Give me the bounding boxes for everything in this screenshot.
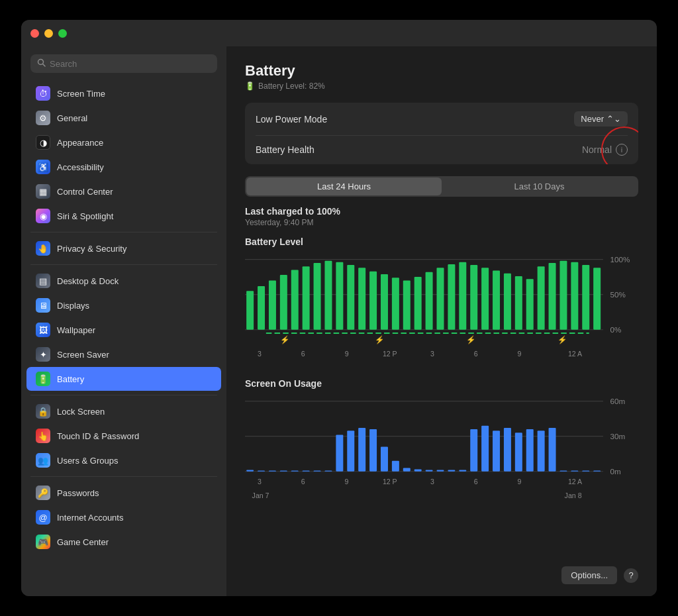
- control-center-icon: ▦: [36, 184, 50, 199]
- svg-rect-68: [347, 431, 354, 472]
- sidebar-item-control-center[interactable]: ▦Control Center: [26, 180, 221, 203]
- svg-text:9: 9: [518, 350, 522, 358]
- svg-rect-19: [369, 272, 377, 330]
- sidebar-item-users[interactable]: 👥Users & Groups: [26, 448, 221, 472]
- sidebar-items-container: ⏱Screen Time⚙General◑Appearance♿Accessib…: [21, 81, 226, 554]
- battery-level-chart-section: Battery Level 100% 50% 0%: [245, 236, 638, 365]
- low-power-mode-dropdown[interactable]: Never ⌃⌄: [574, 111, 628, 127]
- sidebar-item-label-touchid: Touch ID & Password: [57, 431, 139, 441]
- minimize-button[interactable]: [44, 29, 53, 38]
- svg-text:30m: 30m: [610, 432, 626, 440]
- svg-rect-22: [403, 280, 411, 329]
- sidebar-item-label-appearance: Appearance: [57, 138, 103, 148]
- low-power-mode-row: Low Power Mode Never ⌃⌄: [245, 103, 638, 135]
- svg-rect-34: [538, 266, 545, 329]
- search-box[interactable]: [30, 54, 217, 73]
- time-tabs: Last 24 Hours Last 10 Days: [245, 176, 638, 197]
- tab-10d[interactable]: Last 10 Days: [442, 178, 637, 195]
- svg-rect-80: [481, 425, 489, 471]
- svg-rect-69: [358, 428, 365, 472]
- svg-rect-83: [515, 433, 522, 471]
- displays-icon: 🖥: [36, 298, 50, 313]
- svg-rect-20: [381, 274, 388, 330]
- sidebar-item-touchid[interactable]: 👆Touch ID & Password: [26, 424, 221, 448]
- siri-icon: ◉: [36, 209, 50, 223]
- svg-rect-35: [549, 263, 556, 330]
- svg-rect-70: [369, 429, 377, 472]
- sidebar-item-siri[interactable]: ◉Siri & Spotlight: [26, 204, 221, 228]
- sidebar-item-battery[interactable]: 🔋Battery: [26, 367, 221, 391]
- sidebar-item-label-displays: Displays: [57, 301, 89, 311]
- sidebar-divider: [30, 476, 217, 477]
- sidebar-item-screen-saver[interactable]: ✦Screen Saver: [26, 342, 221, 366]
- svg-text:3: 3: [430, 350, 434, 358]
- privacy-icon: 🤚: [36, 241, 50, 256]
- sidebar-item-displays[interactable]: 🖥Displays: [26, 293, 221, 317]
- sidebar-item-privacy[interactable]: 🤚Privacy & Security: [26, 236, 221, 260]
- sidebar-item-game-center[interactable]: 🎮Game Center: [26, 530, 221, 554]
- svg-rect-67: [336, 435, 343, 471]
- svg-rect-18: [358, 268, 365, 329]
- svg-rect-17: [347, 265, 354, 330]
- svg-rect-84: [526, 429, 534, 472]
- svg-text:6: 6: [301, 477, 305, 485]
- sidebar-item-label-internet: Internet Accounts: [57, 513, 123, 523]
- sidebar-item-desktop[interactable]: ▤Desktop & Dock: [26, 269, 221, 293]
- svg-text:3: 3: [430, 477, 434, 485]
- sidebar-item-lock-screen[interactable]: 🔒Lock Screen: [26, 399, 221, 423]
- svg-text:9: 9: [345, 477, 349, 485]
- svg-rect-78: [459, 470, 466, 471]
- system-settings-window: ⏱Screen Time⚙General◑Appearance♿Accessib…: [21, 20, 657, 596]
- sidebar-item-label-desktop: Desktop & Dock: [57, 276, 119, 286]
- svg-rect-63: [291, 470, 299, 471]
- svg-text:12 P: 12 P: [383, 477, 397, 485]
- svg-rect-65: [314, 470, 321, 471]
- sidebar-item-label-users: Users & Groups: [57, 456, 118, 466]
- svg-rect-90: [593, 470, 601, 471]
- sidebar-item-general[interactable]: ⚙General: [26, 106, 221, 130]
- sidebar-item-accessibility[interactable]: ♿Accessibility: [26, 155, 221, 179]
- svg-rect-87: [559, 470, 567, 471]
- svg-rect-73: [403, 468, 411, 471]
- sidebar-item-appearance[interactable]: ◑Appearance: [26, 130, 221, 154]
- svg-rect-85: [538, 431, 545, 472]
- sidebar-item-screen-time[interactable]: ⏱Screen Time: [26, 81, 221, 105]
- sidebar-divider: [30, 232, 217, 232]
- wallpaper-icon: 🖼: [36, 323, 50, 337]
- tab-24h[interactable]: Last 24 Hours: [246, 178, 442, 195]
- accessibility-icon: ♿: [36, 160, 50, 174]
- svg-rect-61: [269, 470, 276, 471]
- sidebar-item-internet[interactable]: @Internet Accounts: [26, 505, 221, 529]
- svg-text:9: 9: [518, 477, 522, 485]
- touchid-icon: 👆: [36, 429, 50, 443]
- svg-rect-59: [246, 470, 254, 471]
- svg-rect-37: [571, 262, 578, 330]
- svg-line-1: [43, 64, 46, 67]
- svg-rect-89: [582, 470, 589, 471]
- svg-rect-10: [269, 280, 276, 329]
- svg-text:⚡: ⚡: [466, 335, 476, 344]
- svg-rect-25: [437, 268, 444, 329]
- help-button[interactable]: ?: [624, 568, 638, 583]
- sidebar-item-passwords[interactable]: 🔑Passwords: [26, 481, 221, 505]
- options-button[interactable]: Options...: [561, 566, 617, 584]
- detail-header: Battery 🔋 Battery Level: 82%: [245, 62, 638, 91]
- search-input[interactable]: [50, 59, 211, 69]
- sidebar-item-wallpaper[interactable]: 🖼Wallpaper: [26, 318, 221, 342]
- battery-health-info-button[interactable]: i: [616, 144, 628, 156]
- svg-text:⚡: ⚡: [375, 335, 385, 344]
- chevron-updown-icon: ⌃⌄: [606, 114, 621, 124]
- svg-rect-24: [426, 272, 433, 330]
- svg-rect-60: [258, 470, 265, 471]
- svg-rect-77: [448, 470, 455, 471]
- detail-footer: Options... ?: [245, 557, 638, 596]
- users-icon: 👥: [36, 453, 50, 468]
- svg-rect-79: [470, 429, 477, 472]
- battery-health-label: Battery Health: [256, 144, 315, 155]
- sidebar-item-label-battery: Battery: [57, 374, 84, 384]
- svg-text:50%: 50%: [610, 290, 626, 299]
- close-button[interactable]: [30, 29, 39, 38]
- battery-level-chart: 100% 50% 0% ⚡ ⚡ ⚡ ⚡: [245, 252, 638, 365]
- sidebar: ⏱Screen Time⚙General◑Appearance♿Accessib…: [21, 46, 226, 596]
- maximize-button[interactable]: [58, 29, 67, 38]
